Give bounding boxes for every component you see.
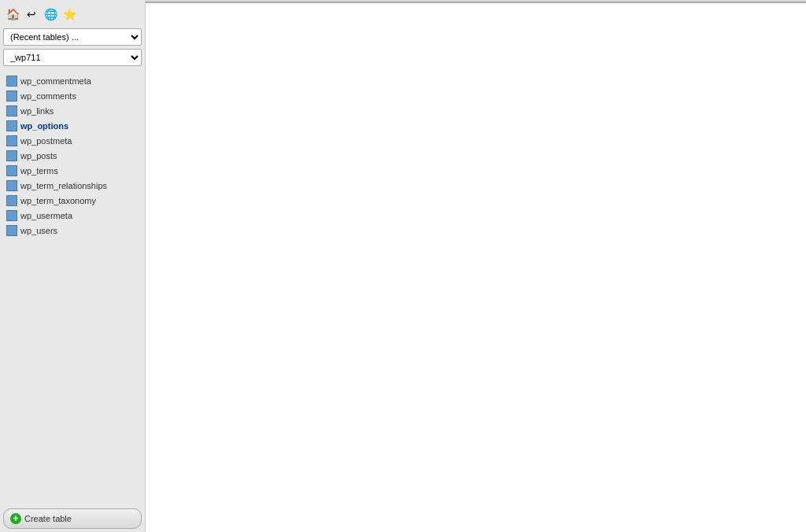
- recent-tables-dropdown[interactable]: (Recent tables) ...: [3, 28, 142, 46]
- sidebar-item-wp_options[interactable]: wp_options: [3, 119, 142, 133]
- table-icon: [6, 195, 17, 206]
- table-icon: [6, 91, 17, 102]
- table-icon: [6, 135, 17, 146]
- star-icon[interactable]: ⭐: [61, 6, 77, 22]
- sidebar-item-wp_term_taxonomy[interactable]: wp_term_taxonomy: [3, 194, 142, 208]
- data-table-area: [146, 3, 806, 532]
- table-name: wp_users: [20, 226, 57, 235]
- table-name: wp_postmeta: [20, 136, 72, 146]
- table-name: wp_commentmeta: [20, 76, 91, 86]
- table-name: wp_posts: [20, 151, 57, 161]
- sidebar-item-wp_commentmeta[interactable]: wp_commentmeta: [3, 74, 142, 88]
- table-icon: [6, 225, 17, 236]
- create-table-button[interactable]: + Create table: [3, 508, 142, 529]
- table-icon: [6, 120, 17, 131]
- table-icon: [6, 105, 17, 116]
- sidebar-item-wp_usermeta[interactable]: wp_usermeta: [3, 209, 142, 223]
- sidebar-item-wp_postmeta[interactable]: wp_postmeta: [3, 134, 142, 148]
- sidebar-item-wp_links[interactable]: wp_links: [3, 104, 142, 118]
- table-list: wp_commentmetawp_commentswp_linkswp_opti…: [3, 74, 142, 502]
- main-content: [146, 0, 806, 532]
- table-name: wp_term_relationships: [20, 181, 107, 190]
- table-name: wp_links: [20, 106, 54, 116]
- plus-icon: +: [10, 513, 21, 524]
- back-icon[interactable]: ↩: [24, 6, 39, 22]
- table-name: wp_options: [20, 121, 68, 131]
- globe-icon[interactable]: 🌐: [43, 6, 58, 22]
- table-icon: [6, 76, 17, 87]
- sidebar: 🏠 ↩ 🌐 ⭐ (Recent tables) ... _wp711 wp_co…: [0, 0, 146, 532]
- sidebar-toolbar: 🏠 ↩ 🌐 ⭐: [3, 3, 142, 28]
- database-dropdown[interactable]: _wp711: [3, 49, 142, 66]
- sidebar-item-wp_term_relationships[interactable]: wp_term_relationships: [3, 179, 142, 193]
- table-name: wp_comments: [20, 91, 76, 101]
- sidebar-item-wp_users[interactable]: wp_users: [3, 224, 142, 238]
- home-icon[interactable]: 🏠: [5, 6, 20, 22]
- sidebar-item-wp_comments[interactable]: wp_comments: [3, 89, 142, 103]
- table-name: wp_term_taxonomy: [20, 196, 96, 205]
- table-icon: [6, 180, 17, 191]
- sidebar-item-wp_posts[interactable]: wp_posts: [3, 149, 142, 163]
- table-icon: [6, 210, 17, 221]
- sidebar-item-wp_terms[interactable]: wp_terms: [3, 164, 142, 178]
- table-icon: [6, 150, 17, 161]
- table-name: wp_terms: [20, 166, 58, 175]
- table-name: wp_usermeta: [20, 211, 72, 220]
- table-icon: [6, 165, 17, 176]
- create-table-label: Create table: [24, 514, 72, 523]
